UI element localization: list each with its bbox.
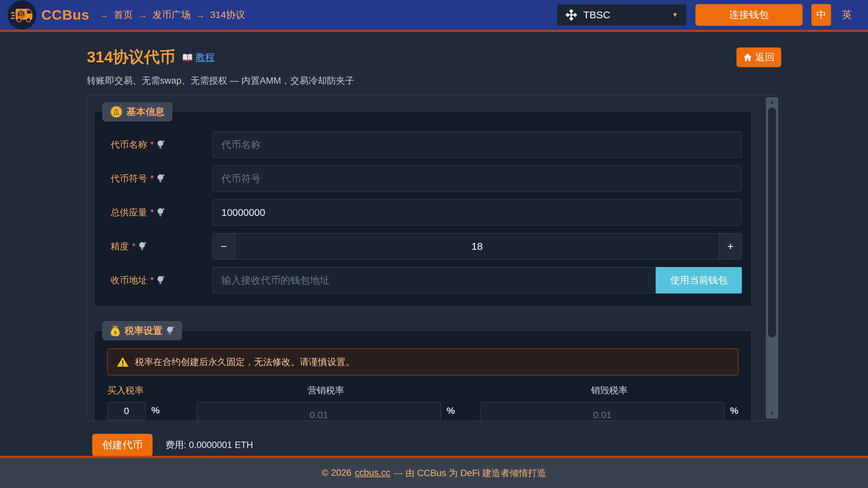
buy-tax-input[interactable] [107, 402, 146, 420]
hint-bulb-icon [157, 173, 164, 184]
fee-text: 费用: 0.0000001 ETH [165, 439, 253, 451]
hint-bulb-icon [157, 275, 164, 286]
svg-text:₿: ₿ [19, 12, 23, 18]
breadcrumb-launchpad-link[interactable]: 发币广场 [153, 8, 191, 21]
top-nav-bar: ₿ CCBus → 首页 → 发币广场 → 314协议 TBSC [0, 0, 868, 32]
tutorial-link-label: 教程 [196, 51, 215, 64]
burn-tax-input[interactable] [480, 402, 725, 421]
tutorial-link[interactable]: 教程 [182, 51, 215, 64]
use-current-wallet-button[interactable]: 使用当前钱包 [656, 267, 742, 293]
required-asterisk: * [150, 174, 154, 184]
tax-settings-section-title: 税率设置 [124, 324, 162, 337]
token-symbol-label: 代币符号 [111, 172, 147, 185]
percent-sign: % [730, 405, 738, 416]
token-name-row: 代币名称 * [111, 131, 742, 158]
header-actions: TBSC ▼ 连接钱包 中 英 [557, 4, 854, 26]
receive-address-input[interactable] [212, 267, 656, 293]
total-supply-input[interactable] [212, 199, 742, 226]
decimals-label-group: 精度 * [111, 240, 212, 252]
basic-info-section: 基本信息 代币名称 * [94, 111, 752, 307]
decimals-increment-button[interactable]: + [719, 233, 742, 259]
receive-address-row: 收币地址 * 使用当前钱包 [111, 267, 742, 293]
brand-name[interactable]: CCBus [41, 7, 90, 23]
receive-address-label: 收币地址 [111, 274, 147, 286]
coin-icon [110, 106, 122, 118]
token-name-label-group: 代币名称 * [111, 139, 212, 151]
required-asterisk: * [132, 241, 136, 252]
bsc-diamond-icon [566, 9, 577, 21]
receive-address-label-group: 收币地址 * [111, 274, 212, 286]
burn-tax-group: 销毁税率 % [480, 384, 738, 421]
language-zh-button[interactable]: 中 [811, 4, 831, 26]
page-subtitle: 转账即交易、无需swap、无需授权 — 内置AMM，交易冷却防夹子 [87, 75, 781, 87]
panel-scrollbar[interactable]: ▲ ▼ [766, 97, 778, 419]
breadcrumb-current-page: 314协议 [210, 8, 245, 21]
token-name-label: 代币名称 [111, 139, 147, 151]
ccbus-logo[interactable]: ₿ [7, 0, 37, 29]
breadcrumb-home-link[interactable]: 首页 [114, 8, 133, 21]
footer-tagline: --- 由 CCBus 为 DeFi 建造者倾情打造 [394, 467, 546, 479]
book-icon [182, 53, 193, 62]
tax-settings-section: $ 税率设置 [94, 330, 752, 421]
basic-info-section-badge: 基本信息 [102, 102, 172, 121]
create-token-button[interactable]: 创建代币 [92, 434, 153, 456]
bus-bitcoin-icon: ₿ [11, 7, 33, 23]
percent-sign: % [447, 405, 455, 416]
total-supply-label: 总供应量 [111, 206, 147, 219]
total-supply-row: 总供应量 * [111, 199, 742, 226]
breadcrumb: → 首页 → 发币广场 → 314协议 [100, 8, 245, 21]
svg-text:$: $ [114, 330, 117, 335]
form-scroll-panel: 基本信息 代币名称 * [87, 95, 781, 421]
basic-info-section-title: 基本信息 [126, 105, 164, 118]
page-title: 314协议代币 [87, 47, 175, 68]
required-asterisk: * [150, 275, 154, 286]
token-symbol-row: 代币符号 * [111, 165, 742, 192]
hint-bulb-icon [157, 139, 164, 150]
submit-row: 创建代币 费用: 0.0000001 ETH [87, 434, 781, 456]
decimals-stepper: − 18 + [212, 233, 742, 260]
footer-copyright: © 2026 [322, 468, 351, 478]
buy-tax-label: 买入税率 [107, 384, 172, 396]
language-en-button[interactable]: 英 [840, 8, 854, 22]
token-name-input[interactable] [212, 131, 742, 158]
decimals-label: 精度 [111, 240, 129, 252]
main-content: 314协议代币 教程 返回 转账即交易、无需swap、无需授权 — 内置AMM，… [0, 47, 868, 456]
required-asterisk: * [150, 207, 154, 218]
back-button[interactable]: 返回 [736, 47, 781, 67]
title-row: 314协议代币 教程 返回 [87, 47, 781, 68]
buy-tax-group: 买入税率 % [107, 384, 172, 420]
decimals-decrement-button[interactable]: − [213, 233, 235, 259]
scrollbar-thumb[interactable] [768, 107, 776, 338]
footer-site-link[interactable]: ccbus.cc [355, 468, 390, 478]
chevron-down-icon: ▼ [672, 11, 678, 19]
network-selector-dropdown[interactable]: TBSC ▼ [557, 4, 687, 26]
warning-icon [117, 357, 129, 367]
marketing-tax-input[interactable] [197, 402, 441, 421]
breadcrumb-arrow: → [196, 10, 205, 20]
token-symbol-label-group: 代币符号 * [111, 172, 212, 185]
scrollbar-up-arrow[interactable]: ▲ [766, 98, 778, 106]
breadcrumb-arrow: → [138, 10, 147, 20]
scrollbar-down-arrow[interactable]: ▼ [766, 409, 778, 418]
marketing-tax-label: 营销税率 [197, 384, 455, 396]
required-asterisk: * [150, 140, 154, 150]
decimals-value[interactable]: 18 [235, 233, 719, 259]
decimals-row: 精度 * − 18 + [111, 233, 742, 260]
hint-bulb-icon [157, 207, 164, 218]
breadcrumb-arrow: → [100, 10, 108, 20]
burn-tax-label: 销毁税率 [480, 384, 738, 396]
page-footer: © 2026 ccbus.cc --- 由 CCBus 为 DeFi 建造者倾情… [0, 456, 868, 488]
percent-sign: % [151, 405, 160, 416]
money-bag-icon: $ [110, 325, 120, 337]
network-selected-label: TBSC [583, 9, 610, 21]
hint-bulb-icon [166, 325, 174, 336]
tax-warning-banner: 税率在合约创建后永久固定，无法修改。请谨慎设置。 [107, 348, 738, 375]
back-button-label: 返回 [755, 51, 774, 64]
tax-settings-section-badge: $ 税率设置 [102, 321, 182, 340]
marketing-tax-group: 营销税率 % [197, 384, 455, 421]
home-icon [743, 53, 752, 61]
connect-wallet-button[interactable]: 连接钱包 [695, 4, 803, 26]
total-supply-label-group: 总供应量 * [111, 206, 212, 219]
token-symbol-input[interactable] [212, 165, 742, 192]
tax-warning-text: 税率在合约创建后永久固定，无法修改。请谨慎设置。 [135, 356, 355, 368]
